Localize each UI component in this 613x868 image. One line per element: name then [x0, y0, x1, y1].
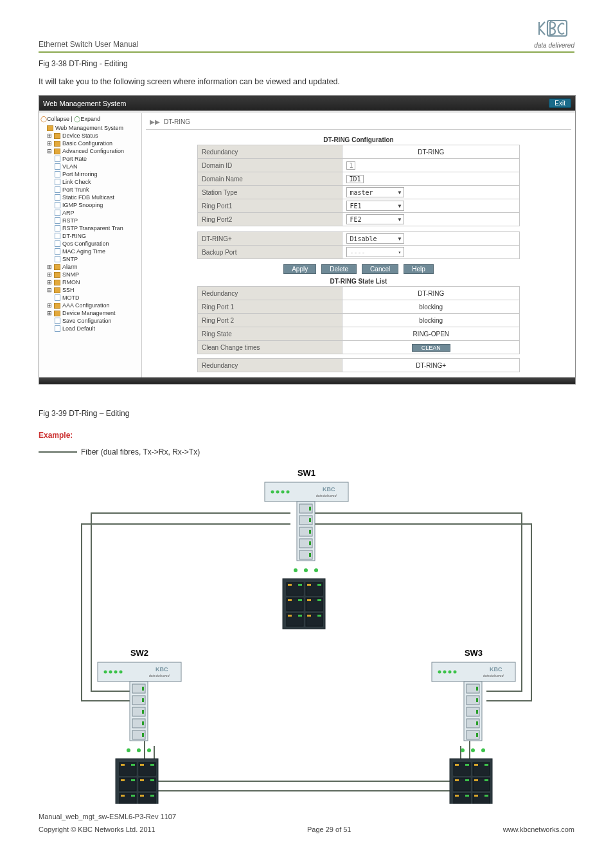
tree-mac-aging[interactable]: MAC Aging Time — [55, 248, 140, 255]
cfg-station-type-label: Station Type — [198, 186, 342, 199]
screenshot: Web Management System Exit ◯Collapse | ◯… — [39, 95, 576, 384]
tree-advanced-config[interactable]: ⊟ Advanced Configuration — [47, 147, 140, 155]
kbc-logo-block: data delivered — [534, 19, 574, 49]
tree-dt-ring[interactable]: DT-RING — [55, 232, 140, 240]
tree-qos[interactable]: Qos Configuration — [55, 240, 140, 248]
cfg-backup-port-label: Backup Port — [198, 246, 342, 259]
legend: Fiber (dual fibres, Tx->Rx, Rx->Tx) — [39, 448, 574, 457]
tree-device-mgmt[interactable]: ⊞ Device Management — [47, 309, 140, 317]
state-ringstate-value: RING-OPEN — [342, 327, 520, 341]
kbc-logo — [534, 19, 574, 42]
state-ringport1-label: Ring Port 1 — [198, 300, 342, 314]
state-footer-redundancy-value: DT-RING+ — [342, 359, 520, 372]
caret-down-icon: ▾ — [398, 249, 402, 255]
caret-down-icon: ▼ — [398, 190, 402, 195]
state-ringport2-value: blocking — [342, 314, 520, 327]
state-ringport2-label: Ring Port 2 — [198, 314, 342, 327]
cfg-ring-port2-select[interactable]: FE2▼ — [346, 214, 404, 224]
manual-title: Ethernet Switch User Manual — [39, 40, 138, 49]
tree-ssh[interactable]: ⊟ SSH — [47, 286, 140, 294]
tree-rstp-trans[interactable]: RSTP Transparent Tran — [55, 224, 140, 232]
cfg-redundancy-value: DT-RING — [342, 145, 520, 159]
sw2-device — [98, 662, 181, 804]
dtring-state-table: Redundancy DT-RING Ring Port 1 blocking … — [197, 286, 520, 354]
caret-down-icon: ▼ — [398, 236, 402, 242]
state-footer-redundancy-label: Redundancy — [198, 359, 342, 372]
nav-tree: ◯Collapse | ◯Expand Web Management Syste… — [39, 113, 142, 377]
state-ringport1-value: blocking — [342, 300, 520, 314]
exit-button[interactable]: Exit — [549, 98, 571, 108]
window-title: Web Management System — [43, 100, 126, 107]
apply-button[interactable]: Apply — [283, 264, 316, 274]
breadcrumb: ▶▶ DT-RING — [146, 116, 571, 130]
cfg-station-type-select[interactable]: master▼ — [346, 187, 404, 197]
footer-url: www.kbcnetworks.com — [503, 826, 574, 833]
help-button[interactable]: Help — [404, 264, 434, 274]
tree-root[interactable]: Web Management System — [47, 124, 140, 132]
tree-vlan[interactable]: VLAN — [55, 163, 140, 170]
caret-down-icon: ▼ — [398, 203, 402, 209]
delete-button[interactable]: Delete — [321, 264, 357, 274]
example-heading: Example: — [39, 431, 574, 440]
footer-filename: Manual_web_mgt_sw-ESML6-P3-Rev 1107 — [39, 813, 574, 820]
tree-rmon[interactable]: ⊞ RMON — [47, 278, 140, 286]
cfg-redundancy-label: Redundancy — [198, 145, 342, 159]
tree-alarm[interactable]: ⊞ Alarm — [47, 263, 140, 271]
state-redundancy-label: Redundancy — [198, 287, 342, 300]
tree-port-rate[interactable]: Port Rate — [55, 155, 140, 163]
breadcrumb-text: DT-RING — [164, 118, 190, 125]
dtring-plus-table: DT-RING+ Disable▼ Backup Port ----▾ — [197, 231, 520, 259]
tree-arp[interactable]: ARP — [55, 209, 140, 217]
footer-page: Page 29 of 51 — [307, 826, 351, 833]
cancel-button[interactable]: Cancel — [362, 264, 398, 274]
sw3-device — [432, 662, 515, 804]
page-footer: Manual_web_mgt_sw-ESML6-P3-Rev 1107 Copy… — [39, 813, 574, 833]
tree-aaa[interactable]: ⊞ AAA Configuration — [47, 302, 140, 309]
footer-copyright: Copyright © KBC Networks Ltd. 2011 — [39, 826, 155, 833]
cfg-dtringplus-label: DT-RING+ — [198, 232, 342, 246]
tree-port-trunk[interactable]: Port Trunk — [55, 186, 140, 194]
lead-sentence: It will take you to the following screen… — [39, 77, 574, 86]
legend-text: Fiber (dual fibres, Tx->Rx, Rx->Tx) — [81, 448, 200, 457]
cfg-dtringplus-select[interactable]: Disable▼ — [346, 233, 404, 244]
tree-collapse-expand[interactable]: ◯Collapse | ◯Expand — [40, 116, 140, 122]
sw3-label: SW3 — [465, 648, 483, 658]
cfg-domain-name-input[interactable]: ID1 — [346, 175, 363, 183]
legend-line-icon — [39, 451, 77, 453]
cfg-ring-port2-label: Ring Port2 — [198, 213, 342, 226]
sw1-device — [265, 482, 348, 629]
tree-basic-config[interactable]: ⊞ Basic Configuration — [47, 140, 140, 147]
cfg-ring-port1-select[interactable]: FE1▼ — [346, 201, 404, 211]
tree-igmp[interactable]: IGMP Snooping — [55, 201, 140, 209]
fig-3-39-caption: Fig 3-39 DT-Ring – Editing — [39, 409, 574, 418]
cfg-ring-port1-label: Ring Port1 — [198, 199, 342, 213]
dtring-state-header: DT-RING State List — [197, 278, 520, 285]
caret-down-icon: ▼ — [398, 217, 402, 222]
cfg-backup-port-select[interactable]: ----▾ — [346, 247, 404, 257]
sw1-label: SW1 — [298, 468, 315, 478]
breadcrumb-arrow-icon: ▶▶ — [150, 118, 160, 125]
state-cleanchange-label: Clean Change times — [198, 341, 342, 354]
window-titlebar: Web Management System Exit — [39, 96, 575, 111]
sw2-label: SW2 — [130, 648, 148, 658]
ring-diagram: KBC data delivered — [39, 463, 574, 804]
state-ringstate-label: Ring State — [198, 327, 342, 341]
tree-sntp[interactable]: SNTP — [55, 255, 140, 263]
cfg-domain-name-label: Domain Name — [198, 172, 342, 186]
clean-button[interactable]: CLEAN — [412, 344, 450, 352]
tree-snmp[interactable]: ⊞ SNMP — [47, 271, 140, 278]
cfg-domain-id-input[interactable]: 1 — [346, 161, 355, 170]
tree-static-fdb[interactable]: Static FDB Multicast — [55, 194, 140, 201]
logo-tagline: data delivered — [534, 42, 574, 49]
tree-load-default[interactable]: Load Default — [55, 325, 140, 332]
tree-port-mirroring[interactable]: Port Mirroring — [55, 170, 140, 178]
tree-rstp[interactable]: RSTP — [55, 217, 140, 224]
tree-device-status[interactable]: ⊞ Device Status — [47, 132, 140, 140]
tree-link-check[interactable]: Link Check — [55, 178, 140, 186]
tree-save-config[interactable]: Save Configuration — [55, 317, 140, 325]
dtring-config-table: Redundancy DT-RING Domain ID 1 Domain Na… — [197, 145, 520, 226]
dtring-state-footer-table: Redundancy DT-RING+ — [197, 358, 520, 372]
main-pane: ▶▶ DT-RING DT-RING Configuration Redunda… — [142, 113, 575, 377]
tree-motd[interactable]: MOTD — [55, 294, 140, 302]
dtring-config-header: DT-RING Configuration — [197, 136, 520, 143]
